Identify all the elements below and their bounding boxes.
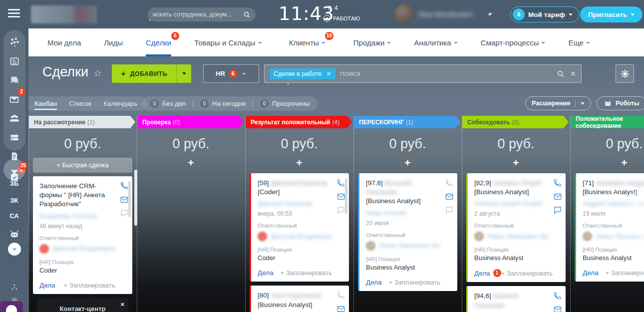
responsible-name[interactable]: Левон Левонович Мусаев	[487, 233, 549, 240]
add-card-plus-icon[interactable]: +	[246, 157, 353, 170]
add-card-plus-icon[interactable]: +	[137, 157, 245, 170]
plan-link[interactable]: + Запланировать	[606, 269, 644, 277]
global-search-input[interactable]	[153, 11, 243, 18]
nav-clients[interactable]: Клиенты19	[289, 28, 325, 56]
sidebar-item-zk[interactable]: ЗК	[0, 197, 28, 204]
chat-icon[interactable]	[444, 205, 454, 215]
filter-tag-close-icon[interactable]: ✕	[326, 70, 331, 77]
sidebar-item-ca[interactable]: СА	[0, 212, 28, 220]
column-header[interactable]: Собеседовать(3)	[462, 116, 569, 128]
phone-icon[interactable]	[336, 291, 345, 300]
deal-contact[interactable]: Vitaly Smolnik	[366, 209, 440, 217]
filter-search-icon[interactable]	[557, 70, 565, 78]
invite-button[interactable]: Пригласить	[580, 6, 643, 22]
add-card-plus-icon[interactable]: +	[462, 157, 570, 170]
deals-link[interactable]: Дела	[366, 279, 382, 286]
filter-tag[interactable]: Сделки в работе ✕	[270, 68, 335, 79]
mail-icon[interactable]	[336, 304, 345, 312]
phone-icon[interactable]	[553, 291, 562, 301]
mail-icon[interactable]: 2	[0, 91, 28, 108]
mail-icon[interactable]	[336, 192, 345, 201]
add-deal-button[interactable]: +ДОБАВИТЬ	[112, 64, 191, 83]
pulse-icon[interactable]	[0, 34, 28, 51]
nav-more[interactable]: Еще	[568, 28, 590, 56]
company-logo[interactable]	[31, 5, 97, 23]
chat-icon[interactable]	[553, 205, 562, 215]
deal-card[interactable]: [82,9] Svetlana Smykh [Business Analyst]…	[466, 173, 566, 282]
phone-icon[interactable]	[553, 178, 562, 188]
nav-smart-processes[interactable]: Смарт-процессы	[481, 28, 546, 56]
work-status[interactable]: РАБОТАЮ	[323, 15, 360, 22]
flag-counter[interactable]: 4	[327, 4, 338, 11]
nav-products[interactable]: Товары и Склады	[194, 28, 262, 56]
deals-link[interactable]: Дела	[583, 269, 599, 277]
search-icon[interactable]	[243, 11, 251, 18]
nav-deals[interactable]: Сделки6	[146, 28, 171, 56]
drive-icon[interactable]	[0, 129, 28, 146]
deal-title[interactable]: [94,6] Евгения Полякова [Business Analys…	[474, 292, 549, 312]
nav-analytics[interactable]: Аналитика	[414, 28, 457, 56]
chat-icon[interactable]	[336, 205, 345, 215]
phone-icon[interactable]	[336, 178, 345, 188]
column-header[interactable]: На рассмотрение(1)	[29, 116, 135, 128]
deal-card[interactable]: [80] Анна Еделькина [Business Analyst] А…	[250, 286, 349, 312]
nav-sales[interactable]: Продажи	[353, 28, 391, 56]
mail-icon[interactable]	[119, 195, 129, 204]
mail-icon[interactable]	[553, 192, 562, 201]
plan-link[interactable]: + Запланировать	[281, 269, 332, 277]
deal-contact[interactable]: Svetlana Smykh Smykh	[474, 200, 549, 207]
chat-icon[interactable]	[119, 208, 129, 218]
column-header[interactable]: Проверка(0)	[137, 116, 244, 128]
extensions-button[interactable]: Расширения	[525, 96, 591, 110]
helper-dock[interactable]	[0, 301, 23, 312]
hamburger-menu-icon[interactable]	[8, 7, 20, 19]
deal-title[interactable]: Заполнение CRM-формы " [HR] Анкета Разра…	[39, 182, 115, 209]
counter-overdue[interactable]: 0Просрочены	[260, 99, 310, 108]
responsible-name[interactable]: Левон Левонович Мусаев	[379, 242, 440, 249]
deal-title[interactable]: [97,6] Виталий Смольник [Business Analys…	[366, 179, 440, 206]
responsible-name[interactable]: Дмитрий Владимирович...	[52, 245, 115, 252]
deal-card[interactable]: [97,6] Виталий Смольник [Business Analys…	[358, 173, 457, 291]
tab-list[interactable]: Список	[69, 98, 91, 109]
responsible-name[interactable]: Дмитрий Владимирович...	[271, 233, 332, 240]
robot-icon[interactable]	[0, 226, 28, 243]
filter-bar[interactable]: Сделки в работе ✕ ✕	[264, 64, 582, 83]
filter-search-input[interactable]	[340, 71, 552, 77]
funnel-selector[interactable]: HR 6	[203, 64, 259, 83]
my-tariff-button[interactable]: Мой тариф	[510, 6, 579, 22]
add-card-plus-icon[interactable]: +	[354, 157, 461, 170]
column-header[interactable]: Положительное собеседование	[571, 116, 644, 128]
robots-button[interactable]: Роботы	[597, 96, 644, 110]
plan-link[interactable]: + Запланировать	[64, 282, 115, 289]
quick-deal-button[interactable]: + Быстрая сделка	[33, 158, 132, 173]
deal-title[interactable]: [80] Анна Еделькина [Business Analyst]	[258, 291, 332, 309]
deals-link[interactable]: Дела	[258, 269, 274, 277]
deal-title[interactable]: [82,9] Svetlana Smykh [Business Analyst]	[474, 179, 549, 197]
column-header[interactable]: Результат положительный(4)	[246, 116, 352, 128]
messenger-icon[interactable]	[0, 72, 28, 89]
counter-today[interactable]: 0На сегодня	[200, 99, 246, 108]
deals-link[interactable]: Дела	[474, 270, 490, 277]
deal-card[interactable]: [94,6] Евгения Полякова [Business Analys…	[466, 286, 566, 312]
phone-icon[interactable]	[119, 181, 129, 191]
column-scrollbar[interactable]	[134, 170, 137, 226]
crm-funnel-icon[interactable]: 25	[0, 165, 28, 182]
mail-icon[interactable]	[444, 192, 454, 201]
mail-icon[interactable]	[553, 305, 562, 312]
deal-contact[interactable]: Дмитрий Бирюков	[258, 200, 332, 207]
employees-icon[interactable]	[0, 110, 28, 127]
contact-center-widget[interactable]: × Контакт-центр Автоматическое добавлени…	[37, 298, 128, 312]
board-settings-gear-icon[interactable]	[616, 64, 634, 83]
deal-contact[interactable]: Владимир Логинов	[39, 212, 115, 220]
filter-clear-icon[interactable]: ✕	[570, 69, 576, 78]
favorite-star-icon[interactable]: ☆	[93, 67, 102, 79]
deal-title[interactable]: [59] Дмитрий Бирюков [Coder]	[258, 179, 332, 197]
nav-my-tasks[interactable]: Мои дела	[47, 28, 81, 56]
column-header[interactable]: ПЕРЕСКОРИНГ(1)	[354, 116, 460, 128]
add-deal-dropdown[interactable]	[176, 64, 191, 83]
tab-calendar[interactable]: Календарь	[103, 98, 137, 109]
add-card-plus-icon[interactable]: +	[571, 157, 644, 170]
feed-icon[interactable]	[0, 53, 28, 70]
user-name[interactable]: Иван Михайлович	[418, 10, 482, 17]
deal-card[interactable]: [59] Дмитрий Бирюков [Coder] Дмитрий Бир…	[250, 173, 349, 282]
